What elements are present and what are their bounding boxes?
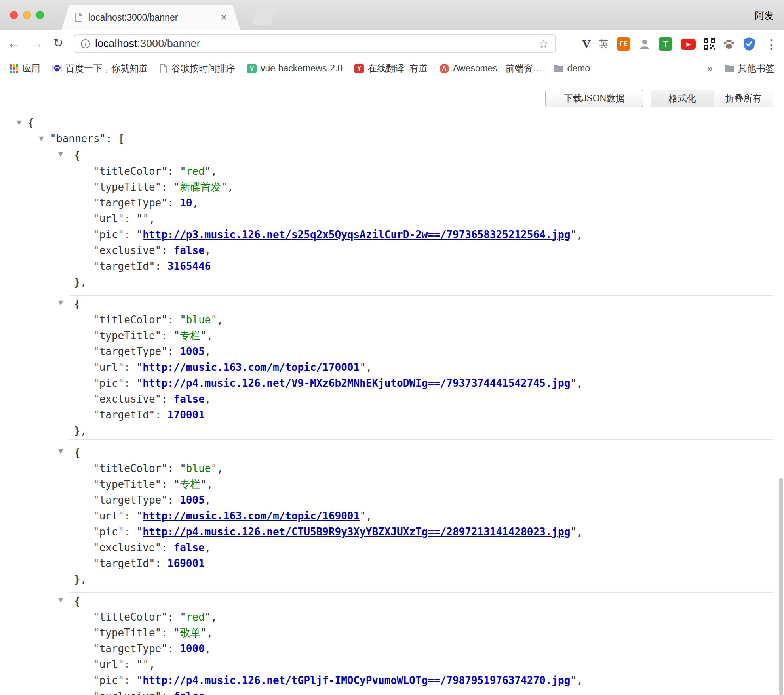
browser-tab[interactable]: localhost:3000/banner × (61, 5, 240, 30)
json-property: "exclusive": false, (69, 242, 773, 258)
reload-button[interactable]: ↻ (53, 34, 63, 52)
json-property: "pic": "http://p4.music.126.net/CTU5B9R9… (69, 524, 773, 540)
banners-list: ▼{"titleColor": "red","typeTitle": "新碟首发… (0, 147, 784, 695)
view-toggle-group: 格式化 折叠所有 (651, 90, 773, 107)
collapse-icon[interactable]: ▼ (58, 299, 63, 306)
json-link[interactable]: http://music.163.com/m/topic/170001 (143, 361, 360, 373)
json-property: "targetId": 170001 (69, 407, 773, 423)
paw-extension-icon[interactable] (723, 39, 735, 49)
json-property: "exclusive": false, (69, 540, 773, 556)
collapse-icon[interactable]: ▼ (58, 447, 63, 455)
json-property: "exclusive": false, (69, 688, 773, 695)
profile-extension-icon[interactable] (639, 38, 651, 50)
banner-object: ▼{"titleColor": "red","typeTitle": "歌单",… (69, 592, 773, 695)
object-close-brace: }, (69, 423, 773, 439)
new-tab-button[interactable] (251, 9, 276, 25)
minimize-window-button[interactable] (23, 11, 31, 19)
json-property: "targetType": 1005, (69, 344, 773, 359)
json-property: "typeTitle": "专栏", (69, 476, 773, 492)
collapse-icon[interactable]: ▼ (39, 131, 44, 147)
json-property: "typeTitle": "专栏", (69, 328, 773, 344)
baidu-paw-icon (52, 64, 62, 73)
awesomes-icon: A (440, 64, 449, 73)
json-link[interactable]: http://p4.music.126.net/tGPljf-IMOCyPvum… (143, 674, 570, 686)
bookmark-google-sort[interactable]: 谷歌按时间排序 (160, 62, 235, 74)
bookmarks-bar: 应用 百度一下，你就知道 谷歌按时间排序 V vue-hackernews-2.… (0, 58, 784, 79)
bookmark-youdao[interactable]: Y 在线翻译_有道 (354, 62, 428, 74)
json-property: "targetType": 10, (69, 195, 773, 211)
info-icon[interactable]: i (81, 39, 90, 48)
download-json-button[interactable]: 下载JSON数据 (545, 90, 643, 107)
json-banners-line: ▼"banners": [ (0, 131, 784, 147)
url-host: localhost (95, 38, 137, 50)
youtube-extension-icon[interactable]: ▶ (681, 39, 696, 50)
vertical-scrollbar[interactable] (779, 478, 783, 695)
json-property: "url": "http://music.163.com/m/topic/169… (69, 508, 773, 524)
json-property: "typeTitle": "新碟首发", (69, 179, 773, 195)
page-icon (160, 64, 167, 73)
guard-extension-icon[interactable]: T (659, 37, 672, 51)
close-window-button[interactable] (10, 11, 18, 19)
apps-grid-icon (10, 64, 18, 73)
url-text: localhost:3000/banner (95, 38, 200, 50)
object-open-brace: { (69, 296, 773, 312)
fehelper-extension-icon[interactable]: FE (617, 37, 630, 51)
json-property: "pic": "http://p3.music.126.net/s25q2x5Q… (69, 227, 773, 242)
json-property: "typeTitle": "歌单", (69, 625, 773, 641)
root-open-brace: { (28, 117, 34, 129)
json-link[interactable]: http://p4.music.126.net/V9-MXz6b2MNhEKju… (143, 377, 570, 389)
json-property: "pic": "http://p4.music.126.net/V9-MXz6b… (69, 375, 773, 391)
banner-object: ▼{"titleColor": "red","typeTitle": "新碟首发… (69, 147, 773, 291)
other-bookmarks[interactable]: 其他书签 (725, 62, 774, 74)
profile-name[interactable]: 阿发 (755, 10, 774, 22)
json-property: "targetId": 169001 (69, 556, 773, 571)
bookmark-label: demo (567, 63, 590, 74)
bookmark-vue-hackernews[interactable]: V vue-hackernews-2.0 (247, 63, 343, 74)
bookmark-demo[interactable]: demo (554, 63, 590, 74)
bookmark-baidu[interactable]: 百度一下，你就知道 (52, 62, 148, 74)
banner-object: ▼{"titleColor": "blue","typeTitle": "专栏"… (69, 295, 773, 440)
json-property: "pic": "http://p4.music.126.net/tGPljf-I… (69, 672, 773, 688)
json-link[interactable]: http://p3.music.126.net/s25q2x5QyqsAzilC… (143, 229, 570, 241)
json-link[interactable]: http://music.163.com/m/topic/169001 (143, 510, 360, 522)
json-property: "url": "http://music.163.com/m/topic/170… (69, 359, 773, 375)
qrcode-extension-icon[interactable] (704, 38, 715, 50)
address-bar[interactable]: i localhost:3000/banner ☆ (74, 34, 556, 53)
back-button[interactable]: ← (7, 34, 21, 52)
collapse-icon[interactable]: ▼ (58, 150, 63, 158)
bookmarks-overflow-icon[interactable]: » (707, 62, 713, 74)
zoom-window-button[interactable] (36, 11, 44, 19)
bookmark-label: 谷歌按时间排序 (171, 62, 235, 74)
banners-key: "banners": [ (50, 133, 124, 145)
forward-button[interactable]: → (30, 34, 44, 52)
tab-title: localhost:3000/banner (88, 12, 217, 23)
bookmark-awesomes[interactable]: A Awesomes - 前端资… (440, 62, 542, 74)
close-tab-icon[interactable]: × (221, 11, 227, 24)
bookmark-star-icon[interactable]: ☆ (538, 37, 549, 51)
json-property: "targetId": 3165446 (69, 258, 773, 274)
bookmark-label: 百度一下，你就知道 (66, 62, 148, 74)
bookmark-label: 其他书签 (738, 62, 774, 74)
security-extension-icon[interactable] (743, 37, 755, 51)
bookmark-label: 应用 (22, 62, 40, 74)
json-root-line: ▼{ (0, 115, 784, 131)
translate-extension-icon[interactable]: 英 (599, 38, 609, 50)
v-extension-icon[interactable]: V (582, 37, 591, 51)
format-button[interactable]: 格式化 (651, 90, 714, 107)
json-link[interactable]: http://p4.music.126.net/CTU5B9R9y3XyYBZX… (143, 526, 570, 538)
bookmark-apps[interactable]: 应用 (10, 62, 40, 74)
collapse-all-button[interactable]: 折叠所有 (714, 90, 773, 107)
json-property: "titleColor": "blue", (69, 312, 773, 328)
collapse-icon[interactable]: ▼ (17, 115, 21, 131)
youdao-icon: Y (354, 64, 364, 73)
browser-menu-icon[interactable]: ⋮ (765, 36, 778, 52)
json-property: "exclusive": false, (69, 391, 773, 407)
tab-bar: localhost:3000/banner × 阿发 (0, 0, 784, 30)
collapse-icon[interactable]: ▼ (58, 596, 63, 603)
object-open-brace: { (69, 593, 773, 609)
json-view: ▼{ ▼"banners": [ ▼{"titleColor": "red","… (0, 115, 784, 695)
json-property: "url": "", (69, 211, 773, 227)
banner-object: ▼{"titleColor": "blue","typeTitle": "专栏"… (69, 444, 773, 588)
json-property: "titleColor": "red", (69, 163, 773, 179)
folder-icon (725, 65, 734, 72)
